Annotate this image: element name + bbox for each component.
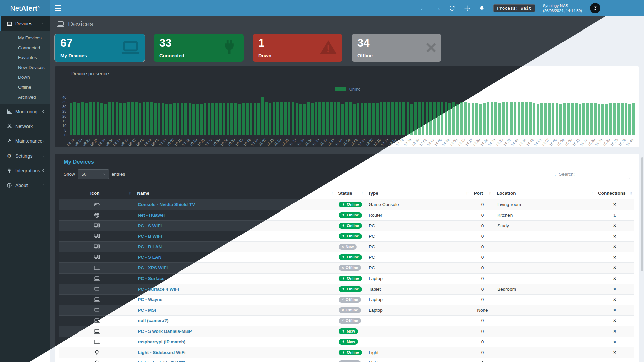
device-name-link[interactable]: PC - B LAN bbox=[138, 244, 162, 249]
page-size-select[interactable]: 50 bbox=[78, 169, 109, 179]
status-cell: Online bbox=[335, 231, 365, 242]
page-title-bar: Devices bbox=[50, 16, 644, 32]
nav-forward-icon[interactable]: → bbox=[434, 5, 441, 12]
sidebar-item-offline[interactable]: Offline bbox=[0, 82, 50, 93]
device-icon-cell bbox=[59, 242, 134, 252]
status-cell: ×Offline bbox=[335, 305, 365, 316]
connections-link[interactable]: 1 bbox=[613, 213, 616, 218]
column-header-connections[interactable]: Connections↓↑ bbox=[595, 187, 634, 199]
table-row: null (camera?)×Offline0× bbox=[59, 315, 634, 326]
stat-card-offline[interactable]: 34 Offline × bbox=[352, 34, 441, 62]
chart-bar bbox=[361, 103, 363, 135]
device-name-link[interactable]: PC - S LAN bbox=[138, 255, 161, 260]
stat-card-down[interactable]: 1 Down bbox=[253, 34, 342, 62]
chart-bar bbox=[559, 104, 562, 135]
device-name-link[interactable]: PC - Surface bbox=[138, 276, 164, 281]
chart-bar bbox=[582, 103, 585, 135]
stat-card-my-devices[interactable]: 67 My Devices bbox=[55, 34, 145, 62]
move-icon[interactable] bbox=[464, 5, 471, 12]
x-icon: × bbox=[613, 265, 616, 270]
plug-icon bbox=[342, 340, 345, 343]
notifications-bell-icon[interactable] bbox=[479, 5, 485, 12]
status-badge: Online bbox=[339, 223, 362, 229]
type-cell: Laptop bbox=[365, 294, 471, 305]
connections-cell: × bbox=[595, 273, 634, 284]
type-cell: Laptop bbox=[365, 305, 471, 316]
sidebar-item-my-devices[interactable]: My Devices bbox=[0, 33, 50, 43]
column-header-icon[interactable]: Icon↓↑ bbox=[59, 187, 134, 199]
port-cell: 0 bbox=[471, 210, 494, 221]
table-row: PC - Wayne×OfflineLaptop0× bbox=[59, 294, 634, 305]
chart-bar bbox=[119, 103, 122, 135]
column-header-type[interactable]: Type↓↑ bbox=[365, 187, 471, 199]
status-cell: Online bbox=[335, 273, 365, 284]
device-name-link[interactable]: PC - S work Daniels-MBP bbox=[138, 329, 192, 334]
chart-bar bbox=[315, 102, 317, 135]
chevron-left-icon bbox=[41, 154, 45, 158]
chart-bar bbox=[165, 104, 168, 135]
device-name-link[interactable]: PC - Wayne bbox=[138, 297, 162, 302]
x-icon: × bbox=[613, 234, 616, 239]
chart-bar bbox=[223, 103, 225, 135]
chevron-left-icon bbox=[41, 110, 45, 113]
sidebar-item-integrations[interactable]: Integrations bbox=[0, 163, 50, 178]
column-header-location[interactable]: Location↓↑ bbox=[494, 187, 595, 199]
sidebar-item-down[interactable]: Down bbox=[0, 72, 50, 82]
sidebar-item-connected[interactable]: Connected bbox=[0, 43, 50, 53]
desktop-icon bbox=[94, 244, 100, 250]
search-input[interactable] bbox=[578, 170, 630, 179]
sidebar-item-new-devices[interactable]: New Devices bbox=[0, 63, 50, 73]
sidebar-item-network[interactable]: Network bbox=[0, 119, 50, 134]
scrollbar-thumb[interactable] bbox=[641, 157, 643, 271]
nav-back-icon[interactable]: ← bbox=[420, 5, 426, 12]
app-logo[interactable]: NetAlertx bbox=[0, 0, 50, 16]
chart-bar bbox=[537, 104, 539, 135]
sort-icon: ↓↑ bbox=[590, 191, 592, 195]
chevron-down-icon bbox=[103, 173, 106, 176]
desktop-icon bbox=[94, 254, 100, 260]
device-name-link[interactable]: Console - Nvidia Shield TV bbox=[138, 202, 195, 207]
sidebar-item-maintenance[interactable]: Maintenance bbox=[0, 134, 50, 148]
laptop-icon bbox=[94, 307, 100, 313]
chart-bar bbox=[200, 104, 203, 135]
device-icon-cell bbox=[59, 294, 134, 305]
chart-bar bbox=[254, 103, 256, 135]
device-name-link[interactable]: Light - bedside B WiFi bbox=[138, 360, 185, 362]
devices-submenu: My Devices Connected Favorites New Devic… bbox=[0, 31, 50, 104]
stat-card-connected[interactable]: 33 Connected bbox=[154, 34, 244, 62]
sidebar-item-favorites[interactable]: Favorites bbox=[0, 53, 50, 63]
chart-bar bbox=[296, 103, 298, 135]
status-badge: Online bbox=[339, 286, 362, 292]
chart-bar bbox=[169, 104, 172, 135]
refresh-icon[interactable] bbox=[449, 5, 456, 12]
device-name-link[interactable]: Light - Sideboard WiFi bbox=[138, 350, 185, 355]
user-avatar[interactable] bbox=[590, 3, 600, 13]
device-name-link[interactable]: PC - B WiFi bbox=[138, 234, 162, 239]
x-icon: × bbox=[613, 297, 616, 302]
chart-bar bbox=[575, 103, 578, 135]
location-cell bbox=[494, 252, 595, 263]
device-icon-cell bbox=[59, 358, 134, 362]
y-tick-label: 20 bbox=[62, 114, 66, 118]
status-badge: Online bbox=[339, 276, 362, 281]
sidebar-item-monitoring[interactable]: Monitoring bbox=[0, 104, 50, 119]
connections-cell: × bbox=[595, 326, 634, 337]
port-cell: 0 bbox=[471, 337, 494, 347]
top-navbar: NetAlertx ← → Process: Wait Synology-NAS… bbox=[0, 0, 644, 16]
device-name-link[interactable]: Net - Huawei bbox=[138, 213, 165, 218]
device-name-link[interactable]: raspberrypi (IP match) bbox=[138, 339, 185, 344]
sidebar-toggle-button[interactable] bbox=[50, 0, 66, 16]
sidebar-item-devices[interactable]: Devices bbox=[0, 16, 50, 31]
device-name-link[interactable]: PC - MSI bbox=[138, 308, 156, 313]
chart-bar bbox=[337, 102, 340, 135]
device-name-link[interactable]: PC - XPS WiFi bbox=[138, 265, 168, 270]
chart-bar bbox=[402, 102, 405, 135]
sidebar-item-archived[interactable]: Archived bbox=[0, 92, 50, 102]
sidebar-item-about[interactable]: About bbox=[0, 178, 50, 193]
column-header-status[interactable]: Status↓↑ bbox=[335, 187, 365, 199]
device-name-link[interactable]: null (camera?) bbox=[138, 318, 168, 323]
chart-bar bbox=[586, 103, 589, 135]
device-name-link[interactable]: PC - S WiFi bbox=[138, 223, 162, 228]
sidebar-item-settings[interactable]: ⚙ Settings bbox=[0, 148, 50, 163]
column-header-port[interactable]: Port↓↑ bbox=[471, 187, 494, 199]
